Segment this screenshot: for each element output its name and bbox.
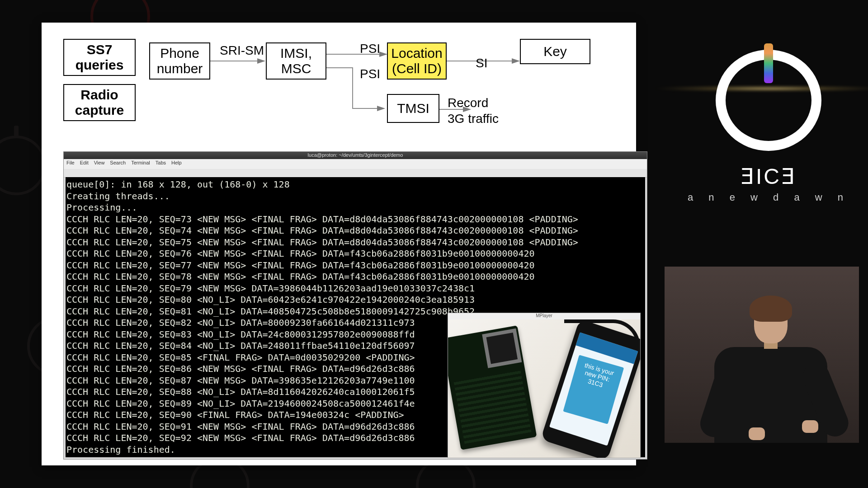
menu-item[interactable]: Terminal	[131, 160, 150, 168]
power-ring-icon	[716, 50, 821, 151]
box-ss7-queries: SS7 queries	[63, 39, 136, 76]
menu-item[interactable]: View	[94, 160, 105, 168]
brand-name: ƎICƎ	[741, 164, 797, 189]
power-stem-icon	[764, 43, 773, 83]
terminal-title: luca@proton: ~/dev/umts/3gintercept/demo	[308, 152, 403, 158]
mplayer-title: MPlayer	[448, 313, 640, 319]
label-si: SI	[476, 56, 487, 70]
box-key: Key	[520, 39, 590, 64]
menu-item[interactable]: Help	[171, 160, 182, 168]
ss7-flow-diagram: SS7 queries Radio capture Phone number I…	[63, 36, 619, 145]
menu-item[interactable]: Tabs	[156, 160, 166, 168]
sms-bubble: this is your new PIN: 31C3	[563, 355, 624, 424]
bg-deco-icon	[0, 136, 46, 195]
label-record-3g: Record 3G traffic	[448, 95, 499, 127]
terminal-window: luca@proton: ~/dev/umts/3gintercept/demo…	[63, 151, 647, 460]
menu-item[interactable]: Search	[110, 160, 126, 168]
terminal-titlebar[interactable]: luca@proton: ~/dev/umts/3gintercept/demo	[64, 152, 647, 159]
sdr-board-icon	[448, 325, 537, 450]
speaker-camera	[665, 267, 859, 443]
demo-photo: this is your new PIN: 31C3	[448, 319, 640, 458]
box-radio-capture: Radio capture	[63, 84, 136, 121]
menu-item[interactable]: File	[66, 160, 75, 168]
smartphone-icon: this is your new PIN: 31C3	[541, 319, 640, 458]
box-imsi-msc: IMSI, MSC	[266, 42, 326, 80]
label-sri-sm: SRI-SM	[220, 43, 264, 58]
speaker-figure	[705, 294, 836, 443]
box-phone-number: Phone number	[149, 42, 210, 80]
presentation-slide: SS7 queries Radio capture Phone number I…	[42, 23, 636, 465]
label-psi-lower: PSI	[360, 67, 380, 81]
terminal-tabs[interactable]	[64, 169, 647, 178]
terminal-menu[interactable]: File Edit View Search Terminal Tabs Help	[64, 159, 647, 169]
event-logo: ƎICƎ a n e w d a w n	[674, 32, 863, 203]
mplayer-window[interactable]: MPlayer this is your new PIN: 31C3	[448, 313, 641, 458]
box-location-cellid: Location (Cell ID)	[387, 42, 447, 80]
label-psi-upper: PSI	[360, 42, 380, 56]
menu-item[interactable]: Edit	[80, 160, 89, 168]
brand-tagline: a n e w d a w n	[688, 192, 849, 203]
box-tmsi: TMSI	[387, 94, 439, 123]
